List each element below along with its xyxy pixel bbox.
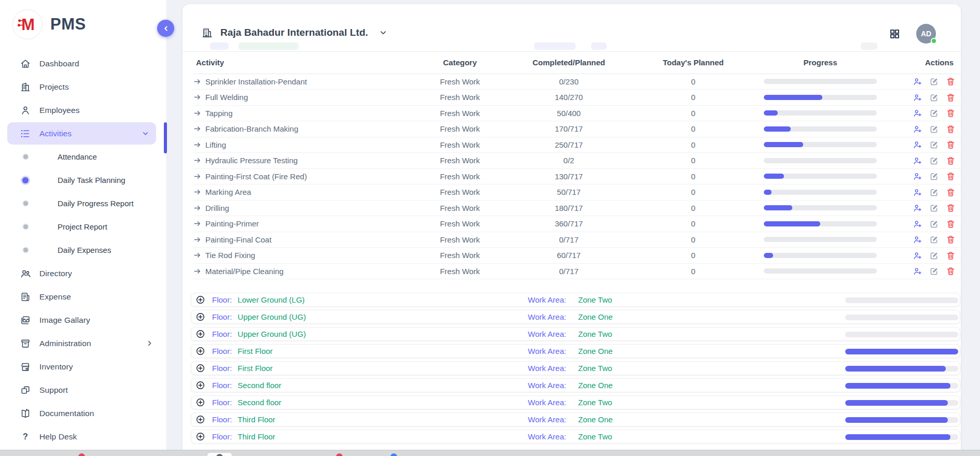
assign-user-button[interactable] xyxy=(913,108,922,118)
edit-button[interactable] xyxy=(929,77,939,87)
delete-button[interactable] xyxy=(946,235,956,245)
edit-button[interactable] xyxy=(929,219,939,229)
floor-row[interactable]: Floor: First Floor Work Area: Zone Two xyxy=(191,361,960,375)
assign-user-button[interactable] xyxy=(913,140,922,150)
assign-user-button[interactable] xyxy=(913,251,922,261)
delete-button[interactable] xyxy=(946,77,956,87)
sidebar-subitem-attendance[interactable]: Attendance xyxy=(0,145,166,168)
activity-row[interactable]: Material/Pipe Cleaning Fresh Work 0/717 … xyxy=(193,263,961,279)
expand-floor-button[interactable] xyxy=(195,363,205,373)
activity-row[interactable]: Marking Area Fresh Work 50/717 0 xyxy=(193,184,961,201)
expand-floor-button[interactable] xyxy=(195,415,205,424)
expand-floor-button[interactable] xyxy=(195,312,205,322)
activity-row[interactable]: Hydraulic Pressure Testing Fresh Work 0/… xyxy=(193,153,961,169)
activity-row[interactable]: Painting-Final Coat Fresh Work 0/717 0 xyxy=(193,232,961,248)
assign-user-button[interactable] xyxy=(913,77,922,87)
sidebar-item-administration[interactable]: Administration xyxy=(0,332,166,355)
sidebar-item-inventory[interactable]: Inventory xyxy=(0,355,166,378)
assign-user-button[interactable] xyxy=(913,93,922,103)
expand-floor-button[interactable] xyxy=(195,380,205,390)
taskbar-partial-icon[interactable] xyxy=(390,453,397,456)
assign-user-button[interactable] xyxy=(913,235,922,245)
edit-button[interactable] xyxy=(929,172,939,181)
edit-button[interactable] xyxy=(929,156,939,166)
sidebar-subitem-daily-progress-report[interactable]: Daily Progress Report xyxy=(0,192,166,215)
sidebar-item-activities[interactable]: Activities xyxy=(7,122,156,145)
edit-button[interactable] xyxy=(929,235,939,245)
expand-floor-button[interactable] xyxy=(195,397,205,407)
sidebar-subitem-project-report[interactable]: Project Report xyxy=(0,215,166,238)
edit-button[interactable] xyxy=(929,188,939,197)
taskbar-partial-tile[interactable] xyxy=(207,453,232,456)
delete-button[interactable] xyxy=(946,156,956,166)
edit-button[interactable] xyxy=(929,93,939,103)
assign-user-button[interactable] xyxy=(913,203,922,213)
floor-row[interactable]: Floor: Upper Ground (UG) Work Area: Zone… xyxy=(191,310,960,324)
sidebar-item-image-gallary[interactable]: Image Gallary xyxy=(0,308,166,332)
expand-floor-button[interactable] xyxy=(195,432,205,441)
edit-button[interactable] xyxy=(929,140,939,150)
delete-button[interactable] xyxy=(946,124,956,134)
activity-row[interactable]: Tapping Fresh Work 50/400 0 xyxy=(193,105,961,121)
avatar[interactable]: AD xyxy=(916,24,936,44)
assign-user-button[interactable] xyxy=(913,172,922,181)
delete-button[interactable] xyxy=(946,172,956,181)
activity-row[interactable]: Lifting Fresh Work 250/717 0 xyxy=(193,137,961,153)
sidebar-subitem-daily-task-planning[interactable]: Daily Task Planning xyxy=(0,168,166,192)
sidebar-item-employees[interactable]: Employees xyxy=(0,98,166,122)
edit-button[interactable] xyxy=(929,266,939,276)
sidebar-item-projects[interactable]: Projects xyxy=(0,75,166,98)
floor-row[interactable]: Floor: First Floor Work Area: Zone One xyxy=(191,344,960,358)
activity-row[interactable]: Painting-Primer Fresh Work 360/717 0 xyxy=(193,216,961,232)
edit-button[interactable] xyxy=(929,251,939,261)
assign-user-button[interactable] xyxy=(913,266,922,276)
floor-row[interactable]: Floor: Third Floor Work Area: Zone Two xyxy=(191,430,960,444)
activity-row[interactable]: Full Welding Fresh Work 140/270 0 xyxy=(193,90,961,106)
expand-floor-button[interactable] xyxy=(195,346,205,356)
activity-row[interactable]: Fabrication-Branch Making Fresh Work 170… xyxy=(193,121,961,137)
apps-grid-button[interactable] xyxy=(889,28,901,40)
delete-button[interactable] xyxy=(946,188,956,197)
sidebar-item-support[interactable]: Support xyxy=(0,378,166,402)
activity-row[interactable]: Painting-First Coat (Fire Red) Fresh Wor… xyxy=(193,168,961,184)
floor-row[interactable]: Floor: Lower Ground (LG) Work Area: Zone… xyxy=(191,293,960,307)
sidebar-subitem-daily-expenses[interactable]: Daily Expenses xyxy=(0,238,166,262)
company-selector[interactable]: Raja Bahadur International Ltd. xyxy=(201,23,388,42)
activity-row[interactable]: Tie Rod Fixing Fresh Work 60/717 0 xyxy=(193,248,961,264)
sidebar-item-help-desk[interactable]: ?Help Desk xyxy=(0,425,166,448)
edit-button[interactable] xyxy=(929,124,939,134)
sidebar-collapse-button[interactable] xyxy=(157,20,174,37)
activity-row[interactable]: Sprinkler Installation-Pendant Fresh Wor… xyxy=(193,74,961,90)
delete-button[interactable] xyxy=(946,203,956,213)
edit-button[interactable] xyxy=(929,108,939,118)
activity-name: Marking Area xyxy=(205,188,251,196)
delete-button[interactable] xyxy=(946,93,956,103)
sidebar-item-expense[interactable]: Expense xyxy=(0,285,166,308)
sidebar-item-documentation[interactable]: Documentation xyxy=(0,402,166,425)
assign-user-button[interactable] xyxy=(913,188,922,197)
expand-floor-button[interactable] xyxy=(195,329,205,339)
floor-row[interactable]: Floor: Third Floor Work Area: Zone One xyxy=(191,412,960,426)
floor-row[interactable]: Floor: Second floor Work Area: Zone Two xyxy=(191,395,960,409)
expand-floor-button[interactable] xyxy=(195,295,205,305)
edit-button[interactable] xyxy=(929,203,939,213)
assign-user-button[interactable] xyxy=(913,124,922,134)
edit-icon xyxy=(929,93,939,103)
work-area-value: Zone Two xyxy=(578,364,612,373)
delete-button[interactable] xyxy=(946,251,956,261)
sidebar-item-dashboard[interactable]: Dashboard xyxy=(0,52,166,75)
sidebar-item-directory[interactable]: Directory xyxy=(0,262,166,285)
assign-user-button[interactable] xyxy=(913,219,922,229)
floor-row[interactable]: Floor: Upper Ground (UG) Work Area: Zone… xyxy=(191,327,960,341)
work-area-label: Work Area: xyxy=(528,415,566,424)
floor-row[interactable]: Floor: Second floor Work Area: Zone One xyxy=(191,378,960,392)
delete-button[interactable] xyxy=(946,108,956,118)
delete-button[interactable] xyxy=(946,266,956,276)
assign-user-button[interactable] xyxy=(913,156,922,166)
todays-planned-value: 0 xyxy=(628,248,758,264)
activity-row[interactable]: Drilling Fresh Work 180/717 0 xyxy=(193,200,961,216)
delete-button[interactable] xyxy=(946,219,956,229)
delete-button[interactable] xyxy=(946,140,956,150)
taskbar-partial-icon[interactable] xyxy=(336,453,343,456)
taskbar-partial-icon[interactable] xyxy=(78,453,85,456)
